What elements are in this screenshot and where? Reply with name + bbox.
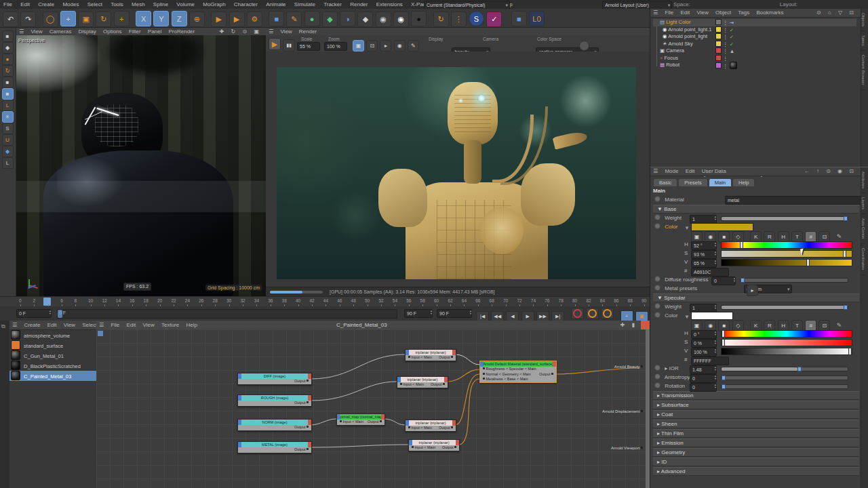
eyedropper-icon[interactable]: ✎ xyxy=(837,233,842,240)
am-menu-mode[interactable]: Mode xyxy=(662,168,681,174)
anim-dot[interactable] xyxy=(654,365,660,371)
add-cube-icon[interactable]: ■ xyxy=(269,11,284,26)
side-tab-axis-center[interactable]: Axis Center xyxy=(861,214,865,244)
om-menu-edit[interactable]: Edit xyxy=(678,9,693,16)
tab-basic[interactable]: Basic xyxy=(653,178,677,187)
menu-file[interactable]: File xyxy=(0,0,16,9)
vp-menu-prorender[interactable]: ProRender xyxy=(166,28,198,35)
node-metal-image[interactable]: METAL (image) Output xyxy=(237,441,312,453)
simulate-icon[interactable]: ⋮ xyxy=(451,12,467,27)
node-triplanar-1[interactable]: triplanar (triplanar) Input < Main Outpu… xyxy=(405,349,456,361)
node-canvas[interactable]: DIFF (image) Output ROUGH (image) Output… xyxy=(96,329,650,488)
object-row-point-light-1[interactable]: ◉ Arnold point_light.1 ⋮ ✓ xyxy=(653,26,856,34)
spec-value-bar[interactable] xyxy=(721,348,852,355)
section-sheen[interactable]: ▸ Sheen xyxy=(653,420,859,428)
range-end-field[interactable]: 90 F xyxy=(437,309,472,318)
hamburger-icon[interactable]: ☰ xyxy=(16,28,26,35)
menu-mesh[interactable]: Mesh xyxy=(128,0,149,9)
hamburger-icon[interactable]: ☰ xyxy=(266,28,276,35)
node-triplanar-3[interactable]: triplanar (triplanar) Input < Main Outpu… xyxy=(405,420,456,432)
arnold-cube-icon[interactable]: ■ xyxy=(511,11,527,26)
side-tab-content-browser[interactable]: Content Browser xyxy=(861,51,865,90)
tab-main[interactable]: Main xyxy=(709,178,732,187)
ior-slider[interactable] xyxy=(721,367,848,371)
axis-mode-icon[interactable]: ■ xyxy=(2,77,14,88)
material-row-painted-metal[interactable]: C_Painted_Metal_03 xyxy=(9,371,96,381)
timeline-slider-handle[interactable] xyxy=(58,310,62,318)
autokey-button[interactable] xyxy=(586,308,599,319)
aa-indicator-icon[interactable] xyxy=(579,41,589,51)
magnet-icon[interactable]: U xyxy=(2,134,14,146)
output-port[interactable] xyxy=(307,401,309,403)
section-geometry[interactable]: ▸ Geometry xyxy=(653,448,859,457)
vp-menu-panel[interactable]: Panel xyxy=(145,28,164,35)
search-icon[interactable]: ⊙ xyxy=(823,168,833,174)
menu-render[interactable]: Render xyxy=(347,0,371,9)
hamburger-icon[interactable]: ☰ xyxy=(650,168,660,174)
object-mode-icon[interactable]: ■ xyxy=(2,88,14,100)
render-view-icon[interactable]: ▶ xyxy=(211,12,226,27)
menu-spline[interactable]: Spline xyxy=(150,0,172,9)
axis-z-lock-icon[interactable]: Z xyxy=(172,11,187,26)
spec-color-swatch[interactable] xyxy=(691,312,733,320)
zoom-field[interactable]: 100 % xyxy=(324,42,347,51)
ipr-lock-toggle[interactable]: ◉ xyxy=(394,40,406,52)
object-row-robot[interactable]: ▦ Robot ⋮ xyxy=(653,62,856,69)
node-rough-image[interactable]: ROUGH (image) Output xyxy=(237,394,312,407)
menu-animate[interactable]: Animate xyxy=(262,0,289,9)
range-start-field[interactable]: 90 F xyxy=(404,309,433,318)
section-thin-film[interactable]: ▸ Thin Film xyxy=(653,429,859,438)
snap-icon[interactable]: ✳ xyxy=(2,111,14,123)
menu-tracker[interactable]: Tracker xyxy=(320,0,345,9)
am-menu-edit[interactable]: Edit xyxy=(683,168,698,174)
search-icon[interactable]: ⊙ xyxy=(814,9,824,16)
vp-orbit-icon[interactable]: ↻ xyxy=(229,28,239,35)
vp-maximize-icon[interactable]: ▣ xyxy=(251,28,262,35)
up-icon[interactable]: ↑ xyxy=(814,168,822,174)
undo-icon[interactable]: ↶ xyxy=(3,12,18,27)
om-menu-file[interactable]: File xyxy=(662,9,676,16)
rotate-tool-icon[interactable]: ↻ xyxy=(96,12,111,27)
input-port[interactable] xyxy=(408,356,410,358)
vp-pan-icon[interactable]: ✚ xyxy=(217,28,227,35)
pen-tool-icon[interactable]: ✎ xyxy=(286,12,302,27)
light-icon[interactable]: ◉ xyxy=(393,12,409,27)
ipr-picker-toggle[interactable]: ✎ xyxy=(408,40,419,52)
side-tab-objects[interactable]: Objects xyxy=(861,9,865,31)
material-row-standard-surface[interactable]: standard_surface xyxy=(9,340,96,350)
hamburger-icon[interactable]: ☰ xyxy=(650,9,660,16)
dots-icon[interactable]: ⋮ xyxy=(723,20,728,26)
section-transmission[interactable]: ▸ Transmission xyxy=(653,391,859,400)
material-row-atmosphere[interactable]: atmosphere_volume xyxy=(9,330,96,340)
keyframe-selection-button[interactable] xyxy=(601,308,614,319)
texture-tag[interactable] xyxy=(730,62,737,69)
enable-swatch[interactable] xyxy=(715,41,722,47)
value-bar[interactable] xyxy=(721,259,852,266)
vp-menu-filter[interactable]: Filter xyxy=(126,28,144,35)
vp-menu-view[interactable]: View xyxy=(28,28,45,35)
axis-x-lock-icon[interactable]: X xyxy=(136,11,151,26)
object-row-camera[interactable]: ▣ Camera ⋮ ▲ xyxy=(653,47,856,55)
section-coat[interactable]: ▸ Coat xyxy=(653,410,859,419)
output-port[interactable] xyxy=(307,426,309,428)
mm-menu-edit[interactable]: Edit xyxy=(45,322,60,328)
dots-icon[interactable]: ⋮ xyxy=(723,27,728,33)
frame-icon[interactable]: ⊡ xyxy=(846,168,856,174)
anim-dot[interactable] xyxy=(654,373,660,380)
node-editor-scrollbar[interactable] xyxy=(646,329,650,488)
metal-presets-extra-button[interactable]: ▸ xyxy=(747,285,758,296)
enable-swatch[interactable] xyxy=(715,62,722,68)
ipr-pause-button[interactable]: ▮▮ xyxy=(283,39,295,52)
output-port[interactable] xyxy=(443,383,445,385)
spec-weight-slider[interactable] xyxy=(721,305,848,310)
texture-mode-icon[interactable]: ● xyxy=(2,54,14,65)
menu-mograph[interactable]: MoGraph xyxy=(199,0,229,9)
timeline-slider-track[interactable]: 0 F xyxy=(57,309,397,319)
anim-dot[interactable] xyxy=(654,303,660,309)
mograph-icon[interactable]: ◆ xyxy=(357,12,373,27)
output-port[interactable] xyxy=(307,448,309,450)
section-subsurface[interactable]: ▸ Subsurface xyxy=(653,401,859,409)
scale-tool-icon[interactable]: ▣ xyxy=(78,12,94,27)
filter-icon[interactable]: ▽ xyxy=(835,9,845,16)
side-tab-layers[interactable]: Layers xyxy=(861,193,865,214)
